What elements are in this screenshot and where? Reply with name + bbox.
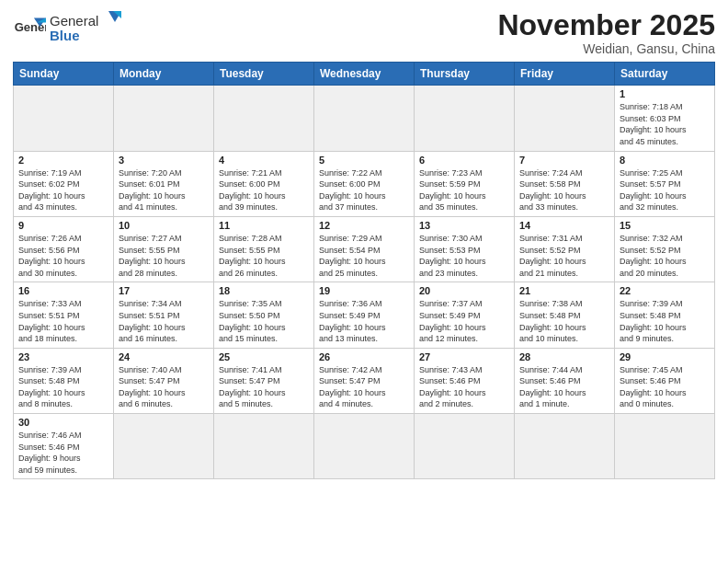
day-number: 14 xyxy=(519,220,609,231)
col-friday: Friday xyxy=(515,63,615,86)
calendar-cell xyxy=(314,414,415,479)
day-info: Sunrise: 7:38 AMSunset: 5:48 PMDaylight:… xyxy=(519,298,609,344)
calendar-cell xyxy=(615,414,715,479)
calendar-header-row: Sunday Monday Tuesday Wednesday Thursday… xyxy=(14,63,715,86)
calendar-cell: 26Sunrise: 7:42 AMSunset: 5:47 PMDayligh… xyxy=(314,348,415,413)
calendar-cell: 2Sunrise: 7:19 AMSunset: 6:02 PMDaylight… xyxy=(14,151,114,216)
calendar-week-row: 23Sunrise: 7:39 AMSunset: 5:48 PMDayligh… xyxy=(14,348,715,413)
day-info: Sunrise: 7:18 AMSunset: 6:03 PMDaylight:… xyxy=(620,101,710,147)
calendar-cell: 30Sunrise: 7:46 AMSunset: 5:46 PMDayligh… xyxy=(14,414,114,479)
calendar-cell xyxy=(515,86,615,151)
calendar-cell: 21Sunrise: 7:38 AMSunset: 5:48 PMDayligh… xyxy=(515,282,615,348)
day-info: Sunrise: 7:46 AMSunset: 5:46 PMDaylight:… xyxy=(18,430,108,476)
calendar-cell: 18Sunrise: 7:35 AMSunset: 5:50 PMDayligh… xyxy=(214,282,314,348)
calendar-week-row: 9Sunrise: 7:26 AMSunset: 5:56 PMDaylight… xyxy=(14,216,715,282)
calendar-cell: 9Sunrise: 7:26 AMSunset: 5:56 PMDaylight… xyxy=(14,216,114,282)
day-info: Sunrise: 7:41 AMSunset: 5:47 PMDaylight:… xyxy=(219,364,309,410)
day-number: 11 xyxy=(219,220,309,231)
calendar-cell xyxy=(415,414,515,479)
calendar-cell: 11Sunrise: 7:28 AMSunset: 5:55 PMDayligh… xyxy=(214,216,314,282)
calendar-cell xyxy=(314,86,415,151)
day-info: Sunrise: 7:40 AMSunset: 5:47 PMDaylight:… xyxy=(119,364,209,410)
calendar-cell: 8Sunrise: 7:25 AMSunset: 5:57 PMDaylight… xyxy=(615,151,715,216)
calendar-cell xyxy=(515,414,615,479)
day-number: 5 xyxy=(319,155,409,166)
calendar-cell xyxy=(214,414,314,479)
svg-text:General: General xyxy=(50,13,98,29)
day-number: 15 xyxy=(620,220,710,231)
logo-icon: General xyxy=(13,12,46,45)
header: General General Blue November 2025 Weidi… xyxy=(13,9,715,56)
calendar-cell: 3Sunrise: 7:20 AMSunset: 6:01 PMDaylight… xyxy=(114,151,214,216)
day-info: Sunrise: 7:20 AMSunset: 6:01 PMDaylight:… xyxy=(119,167,209,213)
calendar-cell: 4Sunrise: 7:21 AMSunset: 6:00 PMDaylight… xyxy=(214,151,314,216)
day-number: 20 xyxy=(419,285,509,296)
calendar-cell: 6Sunrise: 7:23 AMSunset: 5:59 PMDaylight… xyxy=(415,151,515,216)
calendar-cell: 13Sunrise: 7:30 AMSunset: 5:53 PMDayligh… xyxy=(415,216,515,282)
day-info: Sunrise: 7:37 AMSunset: 5:49 PMDaylight:… xyxy=(419,298,509,344)
calendar-cell: 7Sunrise: 7:24 AMSunset: 5:58 PMDaylight… xyxy=(515,151,615,216)
calendar-cell: 24Sunrise: 7:40 AMSunset: 5:47 PMDayligh… xyxy=(114,348,214,413)
day-number: 3 xyxy=(119,155,209,166)
col-saturday: Saturday xyxy=(615,63,715,86)
calendar-cell: 19Sunrise: 7:36 AMSunset: 5:49 PMDayligh… xyxy=(314,282,415,348)
day-number: 6 xyxy=(419,155,509,166)
day-number: 9 xyxy=(18,220,108,231)
calendar-cell xyxy=(114,414,214,479)
day-info: Sunrise: 7:26 AMSunset: 5:56 PMDaylight:… xyxy=(18,233,108,279)
col-thursday: Thursday xyxy=(415,63,515,86)
day-info: Sunrise: 7:28 AMSunset: 5:55 PMDaylight:… xyxy=(219,233,309,279)
day-info: Sunrise: 7:34 AMSunset: 5:51 PMDaylight:… xyxy=(119,298,209,344)
calendar-cell: 15Sunrise: 7:32 AMSunset: 5:52 PMDayligh… xyxy=(615,216,715,282)
day-info: Sunrise: 7:32 AMSunset: 5:52 PMDaylight:… xyxy=(620,233,710,279)
day-info: Sunrise: 7:19 AMSunset: 6:02 PMDaylight:… xyxy=(18,167,108,213)
calendar-cell xyxy=(114,86,214,151)
day-number: 13 xyxy=(419,220,509,231)
day-info: Sunrise: 7:25 AMSunset: 5:57 PMDaylight:… xyxy=(620,167,710,213)
day-number: 19 xyxy=(319,285,409,296)
calendar-cell: 16Sunrise: 7:33 AMSunset: 5:51 PMDayligh… xyxy=(14,282,114,348)
day-number: 26 xyxy=(319,351,409,362)
day-info: Sunrise: 7:22 AMSunset: 6:00 PMDaylight:… xyxy=(319,167,409,213)
day-number: 24 xyxy=(119,351,209,362)
calendar-cell: 5Sunrise: 7:22 AMSunset: 6:00 PMDaylight… xyxy=(314,151,415,216)
calendar-cell: 14Sunrise: 7:31 AMSunset: 5:52 PMDayligh… xyxy=(515,216,615,282)
calendar-cell: 17Sunrise: 7:34 AMSunset: 5:51 PMDayligh… xyxy=(114,282,214,348)
day-number: 10 xyxy=(119,220,209,231)
calendar-cell xyxy=(14,86,114,151)
calendar-cell: 22Sunrise: 7:39 AMSunset: 5:48 PMDayligh… xyxy=(615,282,715,348)
day-number: 30 xyxy=(18,417,108,428)
col-monday: Monday xyxy=(114,63,214,86)
day-number: 1 xyxy=(620,88,710,99)
calendar-week-row: 2Sunrise: 7:19 AMSunset: 6:02 PMDaylight… xyxy=(14,151,715,216)
day-number: 8 xyxy=(620,155,710,166)
day-info: Sunrise: 7:27 AMSunset: 5:55 PMDaylight:… xyxy=(119,233,209,279)
calendar-week-row: 16Sunrise: 7:33 AMSunset: 5:51 PMDayligh… xyxy=(14,282,715,348)
calendar-cell: 12Sunrise: 7:29 AMSunset: 5:54 PMDayligh… xyxy=(314,216,415,282)
day-number: 22 xyxy=(620,285,710,296)
calendar-cell: 29Sunrise: 7:45 AMSunset: 5:46 PMDayligh… xyxy=(615,348,715,413)
day-number: 7 xyxy=(519,155,609,166)
day-number: 28 xyxy=(519,351,609,362)
col-tuesday: Tuesday xyxy=(214,63,314,86)
day-info: Sunrise: 7:30 AMSunset: 5:53 PMDaylight:… xyxy=(419,233,509,279)
day-info: Sunrise: 7:31 AMSunset: 5:52 PMDaylight:… xyxy=(519,233,609,279)
calendar-cell xyxy=(214,86,314,151)
location: Weidian, Gansu, China xyxy=(497,41,715,56)
day-info: Sunrise: 7:29 AMSunset: 5:54 PMDaylight:… xyxy=(319,233,409,279)
day-info: Sunrise: 7:42 AMSunset: 5:47 PMDaylight:… xyxy=(319,364,409,410)
logo-text: General Blue xyxy=(50,9,123,48)
calendar-week-row: 30Sunrise: 7:46 AMSunset: 5:46 PMDayligh… xyxy=(14,414,715,479)
calendar-week-row: 1Sunrise: 7:18 AMSunset: 6:03 PMDaylight… xyxy=(14,86,715,151)
calendar-cell xyxy=(415,86,515,151)
day-number: 4 xyxy=(219,155,309,166)
calendar: Sunday Monday Tuesday Wednesday Thursday… xyxy=(13,62,715,479)
day-info: Sunrise: 7:35 AMSunset: 5:50 PMDaylight:… xyxy=(219,298,309,344)
col-sunday: Sunday xyxy=(14,63,114,86)
day-number: 27 xyxy=(419,351,509,362)
calendar-cell: 20Sunrise: 7:37 AMSunset: 5:49 PMDayligh… xyxy=(415,282,515,348)
day-number: 17 xyxy=(119,285,209,296)
calendar-cell: 10Sunrise: 7:27 AMSunset: 5:55 PMDayligh… xyxy=(114,216,214,282)
day-number: 25 xyxy=(219,351,309,362)
calendar-cell: 1Sunrise: 7:18 AMSunset: 6:03 PMDaylight… xyxy=(615,86,715,151)
